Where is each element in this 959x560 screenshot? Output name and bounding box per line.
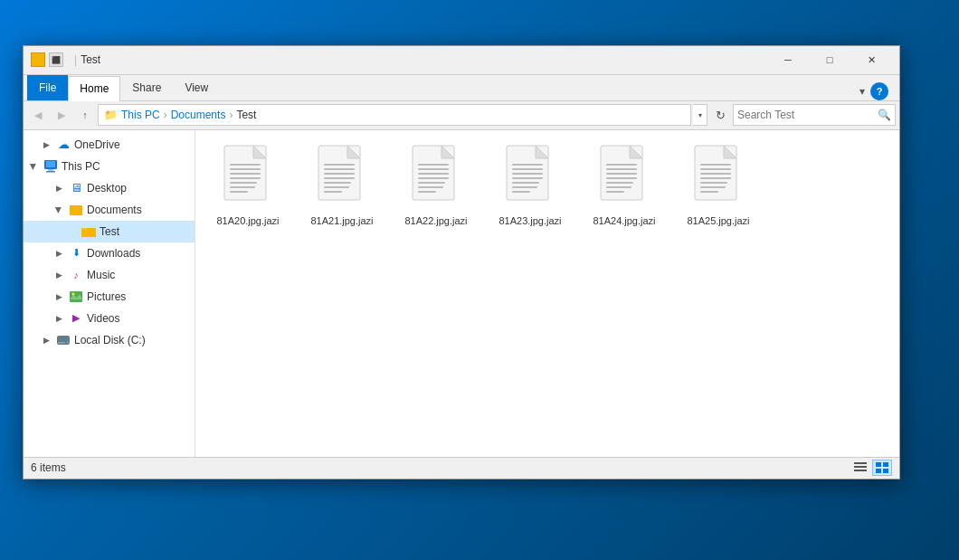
file-name: 81A20.jpg.jazi xyxy=(216,214,279,227)
sidebar-item-test[interactable]: ▶ Test xyxy=(24,221,195,242)
svg-point-15 xyxy=(72,292,75,295)
sidebar-label-test: Test xyxy=(100,225,119,238)
expand-arrow-videos[interactable]: ▶ xyxy=(52,312,65,325)
list-item[interactable]: 81A23.jpg.jazi xyxy=(485,138,575,233)
sidebar-item-documents[interactable]: ▶ Documents xyxy=(24,199,195,221)
path-item-documents[interactable]: Documents xyxy=(171,109,226,121)
svg-rect-31 xyxy=(324,168,355,170)
minimize-button[interactable]: ─ xyxy=(767,45,809,74)
tab-file[interactable]: File xyxy=(27,75,68,100)
list-item[interactable]: 81A20.jpg.jazi xyxy=(203,138,293,233)
ribbon-expand-icon[interactable]: ▾ xyxy=(859,85,865,98)
svg-rect-49 xyxy=(512,168,543,170)
path-item-this-pc[interactable]: This PC xyxy=(121,109,160,121)
tab-home[interactable]: Home xyxy=(68,76,120,101)
forward-button[interactable]: ▶ xyxy=(51,104,72,126)
music-icon: ♪ xyxy=(69,268,83,282)
search-input[interactable] xyxy=(737,109,878,121)
sidebar-item-desktop[interactable]: ▶ 🖥 Desktop xyxy=(24,177,195,199)
sidebar-label-pictures: Pictures xyxy=(87,290,126,303)
back-button[interactable]: ◀ xyxy=(27,104,49,126)
tab-share[interactable]: Share xyxy=(120,75,173,100)
maximize-button[interactable]: □ xyxy=(809,45,850,74)
sidebar-item-local-disk[interactable]: ▶ Local Disk (C:) xyxy=(24,329,195,351)
title-bar: ⬛ | Test ─ □ ✕ xyxy=(24,46,899,75)
svg-rect-39 xyxy=(418,164,449,166)
svg-rect-61 xyxy=(606,182,633,184)
address-bar: ◀ ▶ ↑ 📁 This PC › Documents › Test ▾ ↻ 🔍 xyxy=(24,101,899,130)
svg-rect-69 xyxy=(700,177,731,179)
file-icon xyxy=(313,144,371,211)
svg-rect-53 xyxy=(512,186,537,188)
svg-rect-2 xyxy=(32,58,44,65)
svg-rect-50 xyxy=(512,173,543,175)
file-name: 81A25.jpg.jazi xyxy=(687,214,749,227)
sidebar-label-documents: Documents xyxy=(87,204,142,216)
svg-rect-5 xyxy=(48,169,53,171)
search-box[interactable]: 🔍 xyxy=(733,104,896,126)
path-sep-1: › xyxy=(164,109,167,121)
expand-arrow-onedrive[interactable]: ▶ xyxy=(40,138,52,151)
up-button[interactable]: ↑ xyxy=(74,104,96,126)
expand-arrow-local-disk[interactable]: ▶ xyxy=(40,334,52,346)
documents-icon xyxy=(69,203,83,217)
file-icon xyxy=(219,144,277,211)
expand-arrow-desktop[interactable]: ▶ xyxy=(52,182,65,195)
sidebar-item-pictures[interactable]: ▶ Pictures xyxy=(24,286,195,308)
svg-rect-48 xyxy=(512,164,543,166)
svg-rect-72 xyxy=(700,191,718,193)
svg-rect-35 xyxy=(324,186,349,188)
local-disk-icon xyxy=(56,333,71,347)
close-button[interactable]: ✕ xyxy=(850,45,892,74)
expand-arrow-pictures[interactable]: ▶ xyxy=(52,290,65,303)
sidebar-item-this-pc[interactable]: ▶ This PC xyxy=(24,156,195,177)
address-path[interactable]: 📁 This PC › Documents › Test xyxy=(98,104,691,126)
expand-arrow-downloads[interactable]: ▶ xyxy=(52,247,65,260)
path-item-test[interactable]: Test xyxy=(236,109,256,121)
svg-rect-76 xyxy=(876,462,881,467)
refresh-button[interactable]: ↻ xyxy=(709,104,731,126)
list-item[interactable]: 81A25.jpg.jazi xyxy=(673,138,764,233)
address-dropdown-button[interactable]: ▾ xyxy=(693,104,707,126)
help-button[interactable]: ? xyxy=(870,82,888,100)
list-item[interactable]: 81A24.jpg.jazi xyxy=(579,138,669,233)
svg-rect-62 xyxy=(606,186,631,188)
file-icon xyxy=(689,144,747,211)
item-count: 6 items xyxy=(31,461,66,474)
tiles-view-button[interactable] xyxy=(872,460,892,476)
list-item[interactable]: 81A22.jpg.jazi xyxy=(391,138,481,233)
sidebar-item-onedrive[interactable]: ▶ ☁ OneDrive xyxy=(24,134,195,156)
expand-arrow-documents[interactable]: ▶ xyxy=(52,204,65,216)
details-view-button[interactable] xyxy=(850,460,870,476)
sidebar-item-downloads[interactable]: ▶ ⬇ Downloads xyxy=(24,242,195,264)
expand-arrow-this-pc[interactable]: ▶ xyxy=(27,160,40,173)
title-bar-icons: ⬛ xyxy=(31,52,63,67)
sidebar-label-local-disk: Local Disk (C:) xyxy=(74,334,146,346)
svg-rect-59 xyxy=(606,173,637,175)
svg-rect-40 xyxy=(418,168,449,170)
this-pc-icon xyxy=(43,159,58,174)
expand-arrow-music[interactable]: ▶ xyxy=(52,269,65,281)
window-controls: ─ □ ✕ xyxy=(767,45,892,74)
svg-rect-78 xyxy=(876,469,881,473)
sidebar-label-music: Music xyxy=(87,269,115,281)
file-name: 81A21.jpg.jazi xyxy=(310,214,373,227)
list-item[interactable]: 81A21.jpg.jazi xyxy=(297,138,387,233)
svg-rect-43 xyxy=(418,182,445,184)
svg-point-18 xyxy=(67,341,69,343)
sidebar-item-music[interactable]: ▶ ♪ Music xyxy=(24,264,195,286)
svg-rect-75 xyxy=(854,470,867,471)
downloads-icon: ⬇ xyxy=(69,246,83,261)
search-icon[interactable]: 🔍 xyxy=(878,109,891,121)
tab-view[interactable]: View xyxy=(173,75,220,100)
svg-rect-51 xyxy=(512,177,543,179)
path-sep-2: › xyxy=(229,109,233,121)
svg-rect-33 xyxy=(324,177,355,179)
svg-rect-21 xyxy=(230,164,261,166)
svg-rect-24 xyxy=(230,177,261,179)
sidebar-label-desktop: Desktop xyxy=(87,182,127,195)
window-title: Test xyxy=(81,53,767,66)
sidebar-item-videos[interactable]: ▶ ▶ Videos xyxy=(24,308,195,329)
svg-rect-4 xyxy=(46,161,55,167)
svg-rect-6 xyxy=(46,171,55,173)
